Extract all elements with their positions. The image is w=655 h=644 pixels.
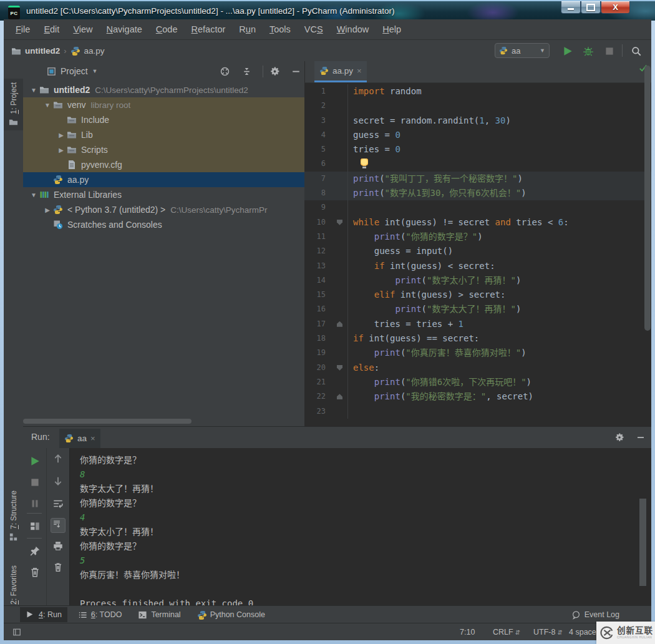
fold-end-icon[interactable]	[337, 394, 342, 399]
tree-item-scripts[interactable]: ▶Scripts	[23, 142, 304, 157]
close-tab-icon[interactable]: ×	[357, 66, 362, 76]
code-line-21[interactable]: 21 print("你猜错6次啦，下次再玩吧！")	[304, 375, 651, 389]
code-line-6[interactable]: 6	[304, 157, 651, 171]
collapse-all-icon[interactable]	[241, 66, 252, 77]
tree-item-venv[interactable]: ▼venvlibrary root	[23, 97, 304, 112]
editor-tab-aa-py[interactable]: aa.py ×	[314, 61, 367, 82]
code-line-5[interactable]: 5tries = 0	[304, 142, 651, 157]
code-line-13[interactable]: 13 if int(guess) < secret:	[304, 259, 651, 273]
code-line-12[interactable]: 12 guess = input()	[304, 244, 651, 258]
encoding-widget[interactable]: UTF-8⇵	[533, 628, 563, 637]
minimize-button[interactable]	[561, 1, 581, 14]
breadcrumb-project[interactable]: untitled2	[25, 46, 60, 56]
fold-expanded-icon[interactable]	[337, 365, 342, 371]
editor-vertical-scrollbar[interactable]	[644, 66, 651, 331]
line-separator-widget[interactable]: CRLF⇵	[493, 628, 520, 637]
menu-code[interactable]: Code	[149, 19, 185, 40]
gear-icon[interactable]	[269, 66, 280, 77]
tool-button-structure[interactable]: 7: Structure	[4, 490, 23, 542]
menu-refactor[interactable]: Refactor	[185, 19, 233, 40]
menu-navigate[interactable]: Navigate	[100, 19, 149, 40]
tree-item-aa-py[interactable]: aa.py	[23, 172, 304, 187]
chevron-right-icon[interactable]: ▶	[56, 147, 67, 154]
chevron-down-icon[interactable]: ▼	[42, 102, 53, 109]
tool-button-6-todo[interactable]: 6: TODO	[72, 607, 128, 622]
tree-item-include[interactable]: Include	[23, 112, 304, 127]
tool-button-terminal[interactable]: Terminal	[132, 607, 186, 622]
menu-run[interactable]: Run	[232, 19, 263, 40]
maximize-button[interactable]	[581, 1, 601, 14]
pin-icon[interactable]	[29, 545, 41, 557]
project-panel-title[interactable]: Project	[61, 66, 88, 76]
code-line-7[interactable]: 7print("我叫丁丁，我有一个秘密数字！")	[304, 172, 651, 186]
stop-button[interactable]	[29, 477, 41, 488]
tree-item-lib[interactable]: ▶Lib	[23, 127, 304, 142]
down-arrow-icon[interactable]	[52, 476, 64, 487]
chevron-down-icon[interactable]: ▼	[28, 192, 39, 198]
chevron-down-icon[interactable]: ▼	[92, 68, 98, 74]
close-tab-icon[interactable]: ×	[90, 434, 95, 443]
fold-expanded-icon[interactable]	[337, 220, 342, 225]
print-icon[interactable]	[52, 540, 64, 552]
toggle-tool-windows-icon[interactable]	[12, 628, 21, 637]
code-line-16[interactable]: 16 print("数字太大了！再猜！")	[304, 302, 651, 316]
chevron-right-icon[interactable]: ▶	[42, 207, 53, 213]
menu-view[interactable]: View	[66, 19, 99, 40]
menu-tools[interactable]: Tools	[263, 19, 298, 40]
code-line-17[interactable]: 17 tries = tries + 1	[304, 317, 651, 331]
intention-bulb-icon[interactable]	[361, 159, 368, 168]
tool-button-python-console[interactable]: Python Console	[192, 607, 271, 622]
code-line-4[interactable]: 4guess = 0	[304, 128, 651, 142]
gear-icon[interactable]	[614, 432, 624, 442]
search-everywhere-icon[interactable]	[631, 46, 642, 57]
stop-button[interactable]	[604, 46, 615, 57]
debug-button[interactable]	[583, 46, 594, 57]
hide-panel-icon[interactable]	[291, 66, 301, 77]
hide-panel-icon[interactable]	[636, 432, 646, 442]
code-line-11[interactable]: 11 print("你猜的数字是？")	[304, 230, 651, 244]
menu-vcs[interactable]: VCS	[298, 19, 330, 40]
code-line-14[interactable]: 14 print("数字太小了！再猜！")	[304, 273, 651, 288]
code-line-8[interactable]: 8print("数字从1到30，你只有6次机会！")	[304, 186, 651, 200]
code-line-2[interactable]: 2	[304, 99, 651, 113]
fold-end-icon[interactable]	[337, 321, 342, 327]
console-vertical-scrollbar[interactable]	[639, 499, 646, 586]
breadcrumb-file[interactable]: aa.py	[84, 46, 105, 56]
rerun-button[interactable]	[29, 456, 41, 467]
code-line-10[interactable]: 10while int(guess) != secret and tries <…	[304, 215, 651, 230]
clear-all-icon[interactable]	[52, 562, 64, 573]
chevron-down-icon[interactable]: ▼	[28, 87, 39, 94]
tree-item-scratches[interactable]: Scratches and Consoles	[23, 217, 304, 232]
code-line-15[interactable]: 15 elif int(guess) > secret:	[304, 288, 651, 302]
code-line-23[interactable]: 23	[304, 404, 651, 419]
run-tab-aa[interactable]: aa ×	[59, 429, 100, 448]
locate-icon[interactable]	[220, 66, 230, 77]
up-arrow-icon[interactable]	[52, 453, 64, 464]
menu-window[interactable]: Window	[330, 19, 376, 40]
menu-help[interactable]: Help	[376, 19, 408, 40]
event-log-button[interactable]: Event Log	[566, 607, 625, 622]
code-line-20[interactable]: 20else:	[304, 361, 651, 375]
menu-edit[interactable]: Edit	[37, 19, 66, 40]
tree-item-external-libraries[interactable]: ▼External Libraries	[23, 187, 304, 202]
scroll-to-end-button[interactable]	[51, 518, 66, 533]
code-line-18[interactable]: 18if int(guess) == secret:	[304, 331, 651, 346]
trash-icon[interactable]	[29, 567, 41, 578]
run-button[interactable]	[562, 46, 573, 57]
tree-item-python37[interactable]: ▶< Python 3.7 (untitled2) >C:\Users\catt…	[23, 202, 304, 217]
soft-wrap-icon[interactable]	[52, 498, 64, 509]
code-editor[interactable]: 1import random23secret = random.randint(…	[304, 82, 651, 428]
chevron-right-icon[interactable]: ▶	[56, 132, 67, 139]
code-line-9[interactable]: 9	[304, 200, 651, 215]
tool-button-project[interactable]: 1: Project	[4, 79, 23, 130]
code-line-3[interactable]: 3secret = random.randint(1, 30)	[304, 114, 651, 128]
code-line-22[interactable]: 22 print("我的秘密数字是：", secret)	[304, 389, 651, 404]
run-console[interactable]: 你猜的数字是？8数字太大了！再猜！你猜的数字是？4数字太小了！再猜！你猜的数字是…	[70, 448, 651, 605]
code-line-19[interactable]: 19 print("你真厉害！恭喜你猜对啦！")	[304, 346, 651, 360]
restore-layout-button[interactable]	[29, 520, 41, 532]
code-line-1[interactable]: 1import random	[304, 84, 651, 99]
menu-file[interactable]: File	[9, 19, 37, 40]
indent-widget[interactable]: 4 spaces	[569, 628, 600, 637]
tree-item-pyvenv-cfg[interactable]: pyvenv.cfg	[23, 157, 304, 172]
pause-button[interactable]	[29, 498, 41, 509]
